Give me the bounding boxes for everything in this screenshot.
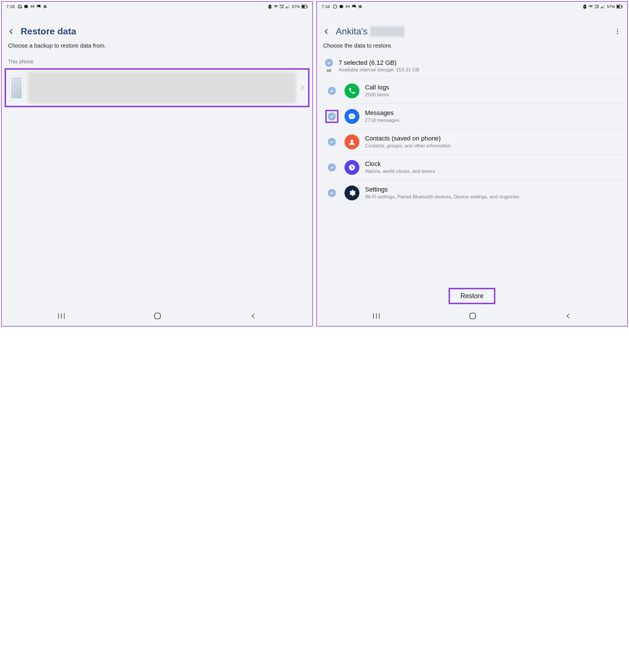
check-icon[interactable]: [328, 163, 336, 171]
chat-icon: [24, 4, 28, 9]
more-icon[interactable]: [614, 28, 621, 35]
svg-rect-5: [288, 5, 289, 8]
svg-point-23: [617, 31, 618, 32]
phone-left: 7:16 Vo))LTE 57% Restore data Choose a b…: [1, 1, 313, 327]
status-bar: 7:16 Vo))LTE 57%: [2, 2, 312, 10]
selection-summary: All 7 selected (6.12 GB) Available inter…: [317, 55, 628, 78]
back-nav-icon[interactable]: [250, 313, 256, 319]
page-title: Ankita's: [336, 26, 608, 37]
restore-list: Call logs 2500 items Messages 2718 messa…: [317, 78, 628, 285]
status-time: 7:16: [6, 4, 15, 9]
check-icon[interactable]: [328, 189, 336, 197]
highlight: [325, 110, 339, 123]
battery-pct: 57%: [292, 4, 300, 9]
fan-icon: [43, 4, 47, 9]
page-description: Choose a backup to restore data from.: [2, 40, 312, 55]
svg-rect-33: [470, 313, 475, 319]
section-label: This phone: [2, 55, 312, 67]
backup-item[interactable]: [5, 68, 309, 107]
status-right: Vo))LTE 57%: [267, 4, 308, 9]
phone-right: 7:16 Vo))LTE 57% Ankita's Choose the dat…: [317, 1, 628, 327]
back-nav-icon[interactable]: [565, 313, 572, 319]
svg-rect-8: [307, 6, 307, 7]
check-icon[interactable]: [328, 138, 336, 146]
item-sub: 2718 messages: [365, 117, 620, 124]
nav-bar: [2, 307, 312, 326]
svg-rect-17: [603, 6, 604, 8]
item-clock[interactable]: Clock Alarms, world clocks, and timers: [317, 155, 628, 180]
item-title: Messages: [365, 109, 620, 117]
item-sub: Wi-Fi settings, Paired Bluetooth devices…: [365, 194, 620, 200]
battery-saver-icon: [583, 4, 587, 9]
svg-rect-21: [622, 6, 622, 7]
svg-rect-2: [286, 7, 286, 8]
title-redacted: [370, 26, 404, 37]
item-sub: Contacts, groups, and other information: [365, 143, 620, 149]
item-call-logs[interactable]: Call logs 2500 items: [317, 78, 628, 103]
item-messages[interactable]: Messages 2718 messages: [317, 104, 628, 129]
gallery-icon: [352, 4, 356, 9]
fan-icon: [358, 4, 363, 9]
svg-rect-15: [601, 7, 602, 8]
battery-icon: [616, 5, 623, 8]
wifi-icon: [588, 4, 593, 9]
back-icon[interactable]: [323, 28, 330, 35]
svg-rect-20: [617, 5, 620, 7]
recents-icon[interactable]: [373, 313, 380, 319]
home-icon[interactable]: [469, 312, 476, 320]
item-sub: 2500 items: [365, 92, 620, 98]
svg-rect-3: [287, 7, 287, 8]
check-icon[interactable]: [328, 112, 336, 120]
battery-pct: 57%: [607, 4, 615, 9]
check-icon[interactable]: [328, 87, 336, 95]
signal-icon: [600, 4, 605, 9]
messages-icon: [345, 109, 359, 124]
svg-point-27: [353, 116, 354, 116]
clock-icon: [345, 160, 359, 175]
backup-name-redacted: [28, 72, 296, 103]
item-settings[interactable]: Settings Wi-Fi settings, Paired Bluetoot…: [317, 180, 628, 206]
svg-point-1: [38, 5, 39, 6]
svg-rect-12: [155, 313, 160, 319]
svg-rect-16: [602, 7, 602, 8]
whatsapp-icon: [18, 4, 22, 9]
gmail-icon: [345, 4, 350, 9]
svg-point-25: [350, 116, 351, 116]
contacts-icon: [345, 135, 359, 149]
gallery-icon: [37, 4, 41, 9]
item-contacts[interactable]: Contacts (saved on phone) Contacts, grou…: [317, 129, 628, 154]
title-prefix: Ankita's: [336, 26, 368, 37]
phone-thumbnail-icon: [9, 75, 23, 100]
item-title: Settings: [365, 186, 620, 193]
back-icon[interactable]: [8, 28, 14, 35]
nav-bar: [317, 307, 628, 326]
svg-point-26: [351, 116, 352, 116]
gmail-icon: [30, 4, 35, 9]
status-time: 7:16: [322, 4, 330, 9]
summary-title: 7 selected (6.12 GB): [339, 59, 620, 67]
header-right: Ankita's: [317, 10, 628, 40]
all-label: All: [326, 68, 331, 73]
recents-icon[interactable]: [57, 313, 65, 319]
gear-icon: [345, 186, 359, 200]
chevron-right-icon: [301, 84, 305, 91]
page-description: Choose the data to restore.: [317, 40, 628, 55]
item-title: Contacts (saved on phone): [365, 135, 620, 142]
svg-rect-18: [604, 5, 604, 8]
select-all[interactable]: All: [325, 59, 333, 73]
svg-point-22: [617, 29, 618, 30]
home-icon[interactable]: [154, 312, 161, 320]
item-title: Call logs: [365, 84, 620, 91]
status-right: Vo))LTE 57%: [583, 4, 623, 9]
svg-rect-7: [302, 5, 304, 7]
svg-point-14: [353, 5, 354, 6]
wifi-icon: [274, 4, 278, 9]
status-bar: 7:16 Vo))LTE 57%: [317, 2, 628, 10]
chat-icon: [339, 4, 344, 9]
volte-icon: Vo))LTE: [280, 4, 284, 9]
page-title: Restore data: [21, 26, 76, 37]
header-left: Restore data: [2, 10, 312, 40]
svg-point-24: [617, 33, 618, 34]
svg-point-28: [350, 140, 353, 142]
restore-button[interactable]: Restore: [449, 288, 495, 304]
